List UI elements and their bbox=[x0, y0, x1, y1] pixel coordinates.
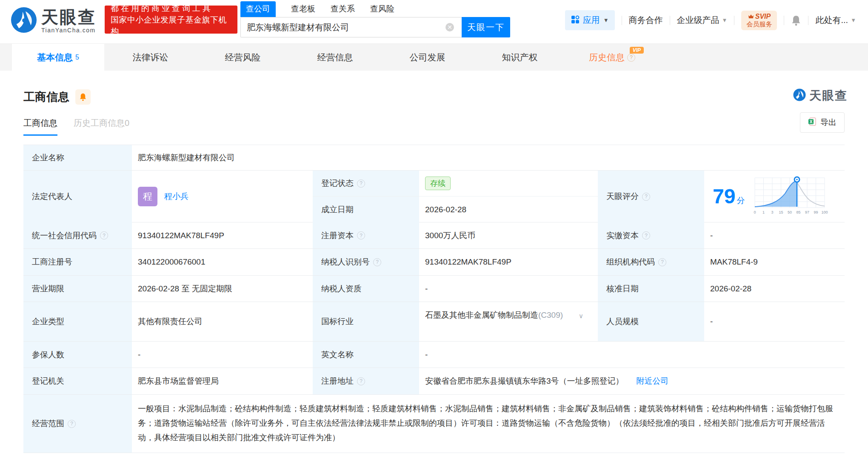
bell-icon bbox=[79, 93, 87, 101]
reg-address-value: 安徽省合肥市肥东县撮镇镇东华路3号（一址多照登记） bbox=[425, 376, 624, 387]
promo-banner: 都在用的商业查询工具 国家中小企业发展子基金旗下机构 bbox=[105, 6, 237, 34]
tab-basic-info-count: 5 bbox=[75, 54, 79, 61]
help-icon[interactable]: ? bbox=[357, 180, 365, 188]
reg-status-cell: 存续 bbox=[419, 171, 598, 197]
svg-text:85: 85 bbox=[797, 210, 801, 214]
help-icon[interactable]: ? bbox=[642, 193, 650, 201]
chevron-down-icon: ▼ bbox=[722, 17, 728, 23]
search-input[interactable] bbox=[240, 17, 462, 37]
divider bbox=[622, 16, 622, 25]
search-button[interactable]: 天眼一下 bbox=[462, 17, 510, 37]
crown-icon bbox=[748, 13, 754, 20]
staff-size-value: - bbox=[704, 302, 845, 341]
tianyancha-logo[interactable]: 天眼查 TianYanCha.com bbox=[11, 7, 96, 35]
help-icon[interactable]: ? bbox=[68, 420, 76, 428]
subtab-business-info[interactable]: 工商信息 bbox=[23, 117, 57, 136]
table-row: 统一社会信用代码 ? 91340122MAK78LF49P 注册资本 ? 300… bbox=[23, 222, 845, 249]
search-tab-relation[interactable]: 查关系 bbox=[331, 3, 355, 17]
field-label: 实缴资本 ? bbox=[598, 222, 704, 248]
search-tab-risk[interactable]: 查风险 bbox=[370, 3, 394, 17]
industry-cell: 石墨及其他非金属矿物制品制造(C309) ∨ bbox=[419, 302, 598, 341]
tab-operation-info[interactable]: 经营信息 bbox=[289, 44, 381, 71]
field-label: 国标行业 bbox=[313, 302, 419, 341]
business-scope-label: 经营范围 bbox=[32, 418, 64, 429]
company-type-value: 其他有限责任公司 bbox=[132, 302, 313, 341]
search-tabs: 查公司 查老板 查关系 查风险 bbox=[240, 3, 510, 17]
table-row: 企业名称 肥东海螺新型建材有限公司 bbox=[23, 145, 845, 171]
chevron-down-icon[interactable]: ∨ bbox=[579, 310, 583, 322]
svg-text:X: X bbox=[810, 119, 813, 124]
paid-capital-label: 实缴资本 bbox=[606, 230, 639, 241]
tab-operation-risk[interactable]: 经营风险 bbox=[197, 44, 289, 71]
status-badge: 存续 bbox=[425, 177, 451, 190]
chevron-down-icon: ▼ bbox=[851, 17, 856, 23]
section-title: 工商信息 bbox=[23, 89, 69, 105]
search-clear-icon[interactable]: ✕ bbox=[445, 23, 454, 31]
company-nav-tabs: 基本信息 5 法律诉讼 经营风险 经营信息 公司发展 知识产权 VIP 历史信息… bbox=[0, 43, 868, 71]
avatar[interactable]: 程 bbox=[138, 187, 157, 206]
search-tab-boss[interactable]: 查老板 bbox=[291, 3, 315, 17]
svg-text:50: 50 bbox=[788, 210, 792, 214]
tianyancha-logo-icon bbox=[11, 7, 37, 35]
header-right-menu: 应用 ▼ 商务合作 企业级产品 ▼ SVIP 会员服务 bbox=[565, 10, 856, 30]
business-cooperation-link[interactable]: 商务合作 bbox=[629, 14, 663, 26]
help-icon[interactable]: ? bbox=[357, 377, 365, 385]
export-button[interactable]: X 导出 bbox=[800, 112, 845, 133]
industry-code: (C309) bbox=[538, 311, 563, 319]
tianyancha-watermark: 天眼查 bbox=[793, 88, 848, 104]
field-label: 登记状态 ? bbox=[313, 171, 419, 197]
org-code-label: 组织机构代码 bbox=[606, 256, 655, 268]
reg-authority-value: 肥东县市场监督管理局 bbox=[132, 368, 313, 394]
help-icon[interactable]: ? bbox=[373, 258, 381, 266]
field-label: 英文名称 bbox=[313, 342, 419, 368]
brand-name: 天眼查 bbox=[41, 8, 96, 26]
help-icon[interactable]: ? bbox=[100, 231, 108, 239]
divider bbox=[670, 16, 670, 25]
paid-capital-value: - bbox=[704, 222, 845, 248]
table-row: 企业类型 其他有限责任公司 国标行业 石墨及其他非金属矿物制品制造(C309) … bbox=[23, 302, 845, 342]
reg-address-cell: 安徽省合肥市肥东县撮镇镇东华路3号（一址多照登记） 附近公司 bbox=[419, 368, 845, 394]
reg-status-label: 登记状态 bbox=[321, 178, 354, 189]
score-distribution-chart: 013 155085 9799100 bbox=[751, 174, 828, 219]
notification-bell-icon[interactable] bbox=[791, 15, 801, 26]
help-icon[interactable]: ? bbox=[658, 258, 666, 266]
subtab-history-business-info[interactable]: 历史工商信息0 bbox=[74, 117, 129, 129]
business-info-section: 工商信息 天眼查 工商信息 历史工商信息0 bbox=[13, 71, 855, 453]
tab-history-info-label: 历史信息 bbox=[589, 51, 625, 63]
tab-history-info[interactable]: VIP 历史信息 ? bbox=[566, 44, 658, 71]
field-label: 注册资本 ? bbox=[313, 222, 419, 248]
divider bbox=[734, 16, 734, 25]
apps-button[interactable]: 应用 ▼ bbox=[565, 10, 615, 30]
credit-code-value: 91340122MAK78LF49P bbox=[132, 222, 313, 248]
field-label: 法定代表人 bbox=[23, 171, 132, 222]
export-label: 导出 bbox=[820, 117, 837, 128]
tab-company-development[interactable]: 公司发展 bbox=[381, 44, 474, 71]
monitor-bell-button[interactable] bbox=[75, 89, 91, 105]
more-menu[interactable]: 此处有... ▼ bbox=[815, 14, 856, 26]
tab-intellectual-property[interactable]: 知识产权 bbox=[474, 44, 566, 71]
field-label: 工商注册号 bbox=[23, 249, 132, 275]
tianyancha-watermark-icon bbox=[793, 88, 806, 103]
export-excel-icon: X bbox=[808, 117, 817, 128]
help-icon[interactable]: ? bbox=[627, 54, 635, 62]
industry-value: 石墨及其他非金属矿物制品制造 bbox=[425, 311, 538, 319]
field-label: 统一社会信用代码 ? bbox=[23, 222, 132, 248]
svip-member-button[interactable]: SVIP 会员服务 bbox=[741, 11, 777, 30]
score-value: 79 bbox=[713, 186, 735, 207]
business-info-table: 企业名称 肥东海螺新型建材有限公司 法定代表人 程 程小兵 登记状态 ? 存续 … bbox=[23, 145, 845, 453]
legal-rep-cell: 程 程小兵 bbox=[132, 171, 313, 222]
nearby-companies-link[interactable]: 附近公司 bbox=[637, 376, 669, 387]
legal-rep-link[interactable]: 程小兵 bbox=[164, 191, 188, 202]
svip-sublabel: 会员服务 bbox=[746, 20, 772, 28]
help-icon[interactable]: ? bbox=[642, 231, 650, 239]
tab-legal-litigation[interactable]: 法律诉讼 bbox=[104, 44, 197, 71]
help-icon[interactable]: ? bbox=[357, 231, 365, 239]
field-label: 纳税人资质 bbox=[313, 276, 419, 302]
apps-grid-icon bbox=[571, 15, 580, 26]
watermark-text: 天眼查 bbox=[809, 88, 848, 104]
english-name-value: - bbox=[419, 342, 845, 368]
enterprise-product-link[interactable]: 企业级产品 ▼ bbox=[677, 14, 728, 26]
tab-basic-info[interactable]: 基本信息 5 bbox=[12, 44, 104, 71]
search-tab-company[interactable]: 查公司 bbox=[240, 1, 276, 17]
field-label: 登记机关 bbox=[23, 368, 132, 394]
